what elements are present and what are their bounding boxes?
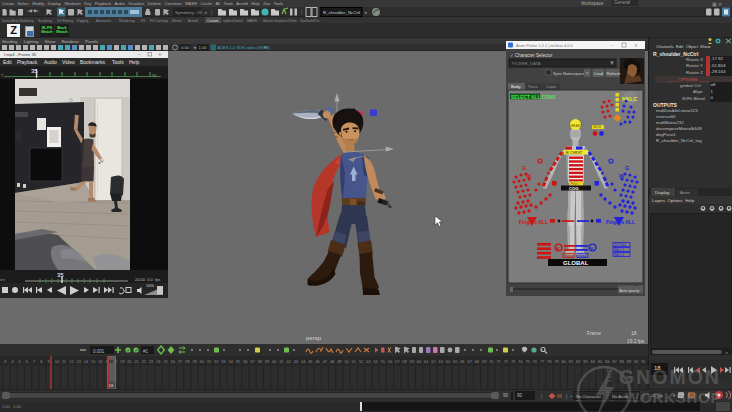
svg-text:56: 56 [388, 359, 392, 364]
svg-text:25: 25 [163, 359, 167, 364]
svg-text:▸ |: ▸ | [205, 10, 212, 15]
svg-text:35: 35 [236, 359, 240, 364]
svg-text:HEAD: HEAD [571, 124, 582, 128]
svg-text:8: 8 [40, 359, 42, 364]
svg-text:79: 79 [554, 359, 558, 364]
svg-text:42: 42 [287, 359, 291, 364]
svg-text:Sync Namespace: Sync Namespace [553, 71, 585, 76]
svg-text:35: 35 [57, 272, 64, 278]
svg-text:IK CHEST: IK CHEST [566, 151, 584, 155]
svg-text:Fingers ALL: Fingers ALL [519, 219, 548, 225]
svg-text:21: 21 [134, 359, 138, 364]
svg-text:87: 87 [612, 359, 616, 364]
svg-text:29: 29 [192, 359, 196, 364]
svg-text:PICKER_DATA: PICKER_DATA [512, 61, 541, 66]
svg-text:▼: ▼ [263, 45, 267, 50]
svg-text:86: 86 [605, 359, 609, 364]
svg-text:31: 31 [207, 359, 211, 364]
svg-text:15: 15 [91, 359, 95, 364]
svg-text:88: 88 [620, 359, 624, 364]
svg-text:✕: ✕ [158, 52, 162, 57]
svg-text:Body: Body [511, 84, 521, 89]
svg-text:6: 6 [26, 359, 28, 364]
svg-text:85: 85 [598, 359, 602, 364]
svg-text:G: G [522, 165, 526, 171]
svg-text:NECK: NECK [593, 125, 601, 129]
svg-text:ies: ies [0, 277, 5, 282]
svg-text:63: 63 [439, 359, 443, 364]
svg-text:GLOBAL: GLOBAL [563, 260, 589, 266]
svg-text:Refresh: Refresh [607, 71, 621, 76]
svg-text:23: 23 [149, 359, 153, 364]
svg-text:39: 39 [265, 359, 269, 364]
svg-text:IK: IK [556, 247, 560, 251]
svg-text:R_shoulder_NcCtrl: R_shoulder_NcCtrl [323, 10, 360, 15]
svg-text:◄: ◄ [193, 45, 197, 50]
svg-text:75: 75 [525, 359, 529, 364]
svg-text:22: 22 [142, 359, 146, 364]
svg-text:Cape: Cape [546, 84, 557, 89]
svg-text:45: 45 [308, 359, 312, 364]
svg-text:51: 51 [352, 359, 356, 364]
svg-text:69: 69 [482, 359, 486, 364]
svg-text:66: 66 [460, 359, 464, 364]
svg-text:59: 59 [410, 359, 414, 364]
svg-text:Load: Load [594, 71, 603, 76]
svg-text:NKLC: NKLC [622, 96, 637, 102]
svg-text:47: 47 [323, 359, 327, 364]
svg-text:Bookmarks: Bookmarks [80, 59, 106, 65]
svg-text:(: ( [699, 393, 701, 399]
svg-text:48: 48 [330, 359, 334, 364]
svg-text:✕: ✕ [634, 43, 638, 48]
svg-text:83: 83 [583, 359, 587, 364]
svg-text:33: 33 [221, 359, 225, 364]
svg-text:49: 49 [337, 359, 341, 364]
svg-text:Fingers ALL: Fingers ALL [606, 219, 635, 225]
svg-text:12: 12 [69, 359, 73, 364]
svg-text:BALL 3: BALL 3 [614, 253, 624, 257]
svg-text:67: 67 [468, 359, 472, 364]
svg-text:#1: #1 [143, 349, 149, 354]
svg-text:| ·: | · [165, 10, 170, 15]
svg-text:57: 57 [395, 359, 399, 364]
svg-text:9: 9 [48, 359, 50, 364]
svg-text:73: 73 [511, 359, 515, 364]
svg-text:Tools: Tools [112, 59, 124, 65]
svg-text:77: 77 [540, 359, 544, 364]
svg-text:89: 89 [627, 359, 631, 364]
svg-text:Edit: Edit [3, 59, 12, 65]
svg-text:36: 36 [243, 359, 247, 364]
svg-text:ROLL: ROLL [579, 254, 588, 258]
svg-text:91: 91 [641, 359, 645, 364]
svg-text:78: 78 [547, 359, 551, 364]
svg-text:62: 62 [431, 359, 435, 364]
svg-text:53: 53 [366, 359, 370, 364]
svg-text:7: 7 [33, 359, 35, 364]
svg-text:68: 68 [475, 359, 479, 364]
svg-text:43: 43 [294, 359, 298, 364]
svg-text:▸: ▸ [365, 10, 368, 15]
svg-text:0.00: 0.00 [181, 45, 190, 50]
svg-text:Symmetry: Off: Symmetry: Off [175, 10, 203, 15]
svg-text:96: 96 [152, 73, 157, 78]
svg-text:37: 37 [250, 359, 254, 364]
svg-text:Anim Picker 1.2.1 | mGear 4.0.: Anim Picker 1.2.1 | mGear 4.0.5 [516, 43, 574, 48]
svg-text:BALL 2: BALL 2 [614, 248, 624, 252]
svg-text:COG: COG [569, 186, 579, 191]
svg-text:Help: Help [129, 59, 140, 65]
svg-text:19: 19 [120, 359, 124, 364]
svg-text:G: G [625, 165, 629, 171]
svg-text:13: 13 [77, 359, 81, 364]
svg-text:IK: IK [590, 247, 594, 251]
svg-text:16: 16 [98, 359, 102, 364]
svg-text:72: 72 [504, 359, 508, 364]
svg-text:✓ Character Selector: ✓ Character Selector [510, 53, 553, 58]
svg-text:38: 38 [258, 359, 262, 364]
svg-text:52: 52 [359, 359, 363, 364]
svg-text:f.mp4 - Frame 35: f.mp4 - Frame 35 [4, 52, 37, 57]
svg-text:11: 11 [62, 359, 66, 364]
svg-text:76: 76 [533, 359, 537, 364]
svg-text:SELECT ALL CONS: SELECT ALL CONS [511, 95, 556, 100]
svg-text:ROLL: ROLL [565, 254, 574, 258]
svg-text:Audio: Audio [44, 59, 57, 65]
